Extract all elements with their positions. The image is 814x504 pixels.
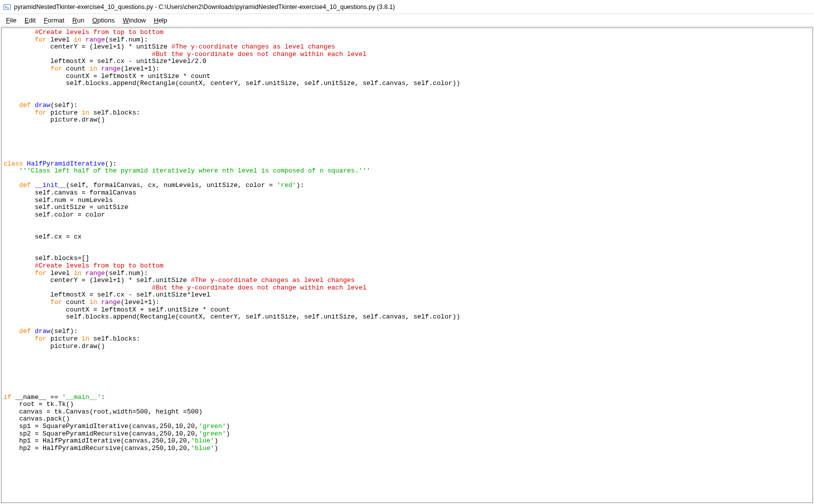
- menubar-separator: [0, 26, 814, 26]
- menu-format[interactable]: Format: [40, 16, 68, 25]
- code-editor[interactable]: #Create levels from top to bottom for le…: [2, 28, 812, 502]
- menu-run[interactable]: Run: [69, 16, 89, 25]
- menubar: File Edit Format Run Options Window Help: [0, 14, 814, 26]
- titlebar[interactable]: pyramidNestedTkinter-exercise4_10_questi…: [0, 0, 814, 14]
- menu-file[interactable]: File: [2, 16, 21, 25]
- titlebar-text: pyramidNestedTkinter-exercise4_10_questi…: [14, 4, 395, 10]
- idle-window: pyramidNestedTkinter-exercise4_10_questi…: [0, 0, 814, 504]
- menu-window[interactable]: Window: [119, 16, 150, 25]
- menu-options[interactable]: Options: [88, 16, 119, 25]
- idle-app-icon: [3, 3, 11, 11]
- menu-help[interactable]: Help: [150, 16, 172, 25]
- menu-edit[interactable]: Edit: [21, 16, 40, 25]
- editor-frame: #Create levels from top to bottom for le…: [1, 28, 813, 503]
- code-content[interactable]: #Create levels from top to bottom for le…: [4, 29, 810, 452]
